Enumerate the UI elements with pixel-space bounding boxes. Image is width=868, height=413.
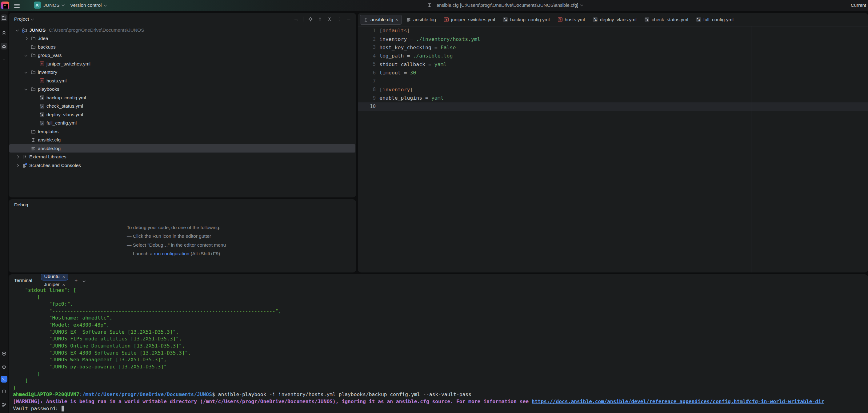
yaml-icon: Y xyxy=(39,78,44,83)
tree-row-backups[interactable]: backups xyxy=(9,43,356,51)
tree-chevron-down-icon[interactable] xyxy=(24,71,31,73)
terminal-cursor xyxy=(62,406,65,411)
tree-row-group-vars[interactable]: group_vars xyxy=(9,51,356,60)
project-toolbar-expand-all-button[interactable] xyxy=(317,17,322,22)
editor-tab-label: hosts.yml xyxy=(565,17,585,23)
yaml-icon: Y xyxy=(558,17,562,22)
close-tab-icon[interactable]: × xyxy=(395,17,398,22)
stripe-button-terminal[interactable] xyxy=(1,376,7,383)
tree-row-inventory[interactable]: inventory xyxy=(9,68,356,77)
project-toolbar-collapse-all-button[interactable] xyxy=(327,17,332,22)
tree-row-hosts-yml[interactable]: Yhosts.yml xyxy=(9,76,356,85)
editor-tab-check-status-yml[interactable]: Acheck_status.yml xyxy=(641,15,692,25)
terminal-output[interactable]: "stdout_lines": [ [ "fpc0:", "----------… xyxy=(9,287,868,413)
tree-chevron-down-icon[interactable] xyxy=(24,55,31,57)
tree-row-external-libraries[interactable]: External Libraries xyxy=(9,153,356,161)
code-line: 6timeout = 30 xyxy=(358,69,868,77)
run-configuration-widget[interactable]: Current xyxy=(851,2,866,8)
project-toolbar-locate-button[interactable] xyxy=(308,17,313,22)
tree-chevron-right-icon[interactable] xyxy=(16,156,22,158)
editor-tab-deploy-vlans-yml[interactable]: Adeploy_vlans.yml xyxy=(589,15,640,25)
editor-tab-hosts-yml[interactable]: Yhosts.yml xyxy=(554,15,588,25)
tree-row-deploy-vlans-yml[interactable]: Adeploy_vlans.yml xyxy=(9,110,356,119)
tree-row--idea[interactable]: .idea xyxy=(9,34,356,43)
chevron-down-icon xyxy=(104,3,106,6)
stripe-button-project-folder[interactable] xyxy=(1,14,7,21)
editor-tab-juniper-switches-yml[interactable]: Yjuniper_switches.yml xyxy=(440,15,499,25)
run-configuration-link[interactable]: run configuration xyxy=(154,251,189,256)
project-file-tree[interactable]: JUNOSC:\Users\progr\OneDrive\Documents\J… xyxy=(9,26,356,197)
debug-panel-title: Debug xyxy=(14,202,28,208)
code-line: 3host_key_checking = False xyxy=(358,43,868,52)
tree-row-templates[interactable]: templates xyxy=(9,127,356,136)
stripe-button-services[interactable] xyxy=(1,363,7,370)
close-tab-icon[interactable]: × xyxy=(62,282,65,287)
tree-item-label: JUNOS xyxy=(29,27,45,33)
line-number: 10 xyxy=(358,104,379,109)
editor-tab-backup-config-yml[interactable]: Abackup_config.yml xyxy=(499,15,553,25)
editor-tab-label: ansible.log xyxy=(413,17,436,23)
code-line: 7 xyxy=(358,77,868,85)
tree-chevron-right-icon[interactable] xyxy=(16,164,22,167)
terminal-tab-ubuntu[interactable]: Ubuntu × xyxy=(41,274,69,281)
folder-icon xyxy=(31,36,36,41)
editor-tab-ansible-log[interactable]: ansible.log xyxy=(402,15,440,25)
terminal-line: [WARNING]: Ansible is being run in a wor… xyxy=(13,398,868,405)
editor-tab-label: check_status.yml xyxy=(652,17,688,23)
chevron-down-icon[interactable] xyxy=(31,17,34,20)
project-toolbar-more-vertical-button[interactable] xyxy=(337,17,342,22)
tree-item-label: .idea xyxy=(38,36,48,41)
ide-window: IJ JU JUNOS Version control ansible.cfg … xyxy=(0,0,868,413)
main-menu-button[interactable] xyxy=(14,3,20,7)
terminal-line: Vault password: xyxy=(13,405,868,412)
stripe-button-problems[interactable] xyxy=(1,388,7,395)
tree-row-ansible-log[interactable]: ansible.log xyxy=(9,144,356,153)
tree-row-full-config-yml[interactable]: Afull_config.yml xyxy=(9,119,356,128)
code-line: 9enable_plugins = yaml xyxy=(358,94,868,102)
folder-icon xyxy=(31,87,36,92)
ansible-icon: A xyxy=(503,17,508,22)
project-widget[interactable]: JU JUNOS xyxy=(34,2,64,9)
tree-item-label: inventory xyxy=(38,69,57,75)
stripe-button-more-horizontal[interactable] xyxy=(1,56,7,63)
editor-tab-full-config-yml[interactable]: Afull_config.yml xyxy=(693,15,737,25)
scratch-icon xyxy=(22,163,27,168)
terminal-tool-window: Terminal Ubuntu × Juniper × + "stdout_li… xyxy=(9,274,868,413)
window-title-widget[interactable]: ansible.cfg [C:\Users\progr\OneDrive\Doc… xyxy=(427,2,583,8)
new-terminal-tab-button[interactable]: + xyxy=(73,277,80,284)
editor-content[interactable]: 1[defaults] 2inventory = ./inventory/hos… xyxy=(358,27,868,273)
tree-row-ansible-cfg[interactable]: ansible.cfg xyxy=(9,136,356,145)
tree-row-scratches-and-consoles[interactable]: Scratches and Consoles xyxy=(9,161,356,170)
project-toolbar-add-button[interactable] xyxy=(293,17,299,22)
vcs-widget[interactable]: Version control xyxy=(70,2,106,8)
log-icon xyxy=(406,17,411,22)
tool-window-stripe xyxy=(0,11,8,413)
tree-item-path: C:\Users\progr\OneDrive\Documents\JUNOS xyxy=(49,27,144,33)
intellij-logo-icon: IJ xyxy=(1,2,9,9)
terminal-header: Terminal Ubuntu × Juniper × + xyxy=(9,274,868,287)
stripe-button-debug-bug[interactable] xyxy=(1,43,7,50)
tree-row-backup-config-yml[interactable]: Abackup_config.yml xyxy=(9,94,356,102)
stripe-button-git-branch[interactable] xyxy=(1,401,7,408)
library-icon xyxy=(22,154,27,159)
tree-chevron-down-icon[interactable] xyxy=(24,88,31,90)
line-number: 6 xyxy=(358,70,379,76)
tree-row-check-status-yml[interactable]: Acheck_status.yml xyxy=(9,102,356,111)
tree-chevron-down-icon[interactable] xyxy=(16,29,22,31)
stripe-button-structure[interactable] xyxy=(1,30,7,37)
folder-icon xyxy=(31,70,36,75)
tree-chevron-right-icon[interactable] xyxy=(24,37,31,40)
terminal-tab-dropdown[interactable] xyxy=(83,278,85,283)
close-tab-icon[interactable]: × xyxy=(62,274,65,279)
ansible-icon: A xyxy=(39,95,44,100)
project-badge: JU xyxy=(34,2,41,9)
terminal-line: "Model: ex4300-48p", xyxy=(13,321,868,328)
tree-row-juniper-switches-yml[interactable]: Yjuniper_switches.yml xyxy=(9,60,356,68)
project-toolbar-hide-button[interactable] xyxy=(346,17,351,22)
editor-tab-ansible-cfg[interactable]: ansible.cfg × xyxy=(360,15,402,25)
tree-row-playbooks[interactable]: playbooks xyxy=(9,85,356,94)
tree-row-junos[interactable]: JUNOSC:\Users\progr\OneDrive\Documents\J… xyxy=(9,26,356,34)
stripe-button-packages[interactable] xyxy=(1,350,7,357)
folder-icon xyxy=(31,53,36,58)
debug-help-link[interactable]: ?Debugging code xyxy=(127,268,179,273)
